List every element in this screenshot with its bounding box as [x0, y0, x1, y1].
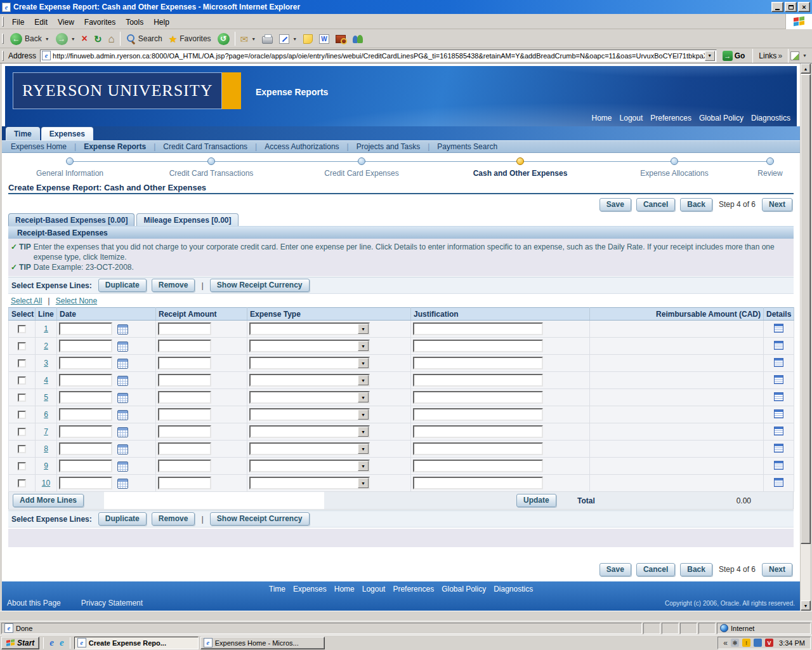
about-this-page-link[interactable]: About this Page — [7, 599, 61, 607]
menu-view[interactable]: View — [53, 16, 79, 29]
date-input[interactable] — [59, 477, 112, 489]
dropdown-arrow-icon[interactable]: ▼ — [358, 444, 369, 454]
date-input[interactable] — [59, 460, 112, 472]
receipt-amount-input[interactable] — [158, 357, 211, 369]
subnav-expense-reports[interactable]: Expense Reports — [81, 142, 148, 151]
receipt-amount-input[interactable] — [158, 374, 211, 387]
expense-type-select[interactable]: ▼ — [249, 322, 370, 335]
row-checkbox[interactable] — [18, 342, 26, 350]
expense-type-select[interactable]: ▼ — [249, 408, 370, 421]
update-button[interactable]: Update — [516, 494, 556, 507]
tray-icon-1[interactable]: ✱ — [731, 639, 739, 647]
scroll-up-button[interactable]: ▲ — [801, 63, 811, 74]
address-dropdown-icon[interactable]: ▼ — [705, 51, 715, 61]
expense-type-select[interactable]: ▼ — [249, 391, 370, 404]
line-number-link[interactable]: 9 — [44, 461, 48, 470]
calendar-icon[interactable] — [117, 461, 128, 472]
train-node-2[interactable] — [207, 157, 215, 165]
save-button[interactable]: Save — [599, 198, 631, 211]
edit-button[interactable]: ▼ — [276, 30, 300, 48]
date-input[interactable] — [59, 340, 112, 352]
dropdown-arrow-icon[interactable]: ▼ — [358, 427, 369, 437]
remove-button[interactable]: Remove — [152, 279, 195, 292]
dropdown-arrow-icon[interactable]: ▼ — [358, 358, 369, 368]
banner-link-home[interactable]: Home — [592, 114, 612, 123]
expense-type-select[interactable]: ▼ — [249, 357, 370, 369]
row-checkbox[interactable] — [18, 445, 26, 453]
details-icon[interactable] — [774, 392, 783, 401]
line-number-link[interactable]: 4 — [44, 376, 48, 385]
subnav-access-authorizations[interactable]: Access Authorizations — [262, 142, 341, 151]
train-node-1[interactable] — [66, 157, 74, 165]
word-edit-button[interactable]: W — [316, 30, 332, 48]
page-style-dropdown-icon[interactable]: ▼ — [802, 53, 807, 58]
cancel-button[interactable]: Cancel — [636, 563, 675, 576]
receipt-amount-input[interactable] — [158, 391, 211, 404]
history-button[interactable]: ↺ — [214, 30, 233, 48]
row-checkbox[interactable] — [18, 462, 26, 470]
menu-help[interactable]: Help — [148, 16, 174, 29]
print-button[interactable] — [259, 30, 276, 48]
calendar-icon[interactable] — [117, 342, 128, 352]
dropdown-arrow-icon[interactable]: ▼ — [358, 324, 369, 334]
taskbar-window-1[interactable]: eCreate Expense Repo... — [74, 637, 199, 649]
line-number-link[interactable]: 3 — [44, 359, 48, 368]
expense-type-select[interactable]: ▼ — [249, 477, 370, 489]
page-style-icon[interactable] — [790, 51, 799, 60]
date-input[interactable] — [59, 374, 112, 387]
scroll-down-button[interactable]: ▼ — [801, 600, 811, 611]
select-all-link[interactable]: Select All — [11, 296, 42, 305]
subnav-payments-search[interactable]: Payments Search — [435, 142, 500, 151]
subnav-expenses-home[interactable]: Expenses Home — [8, 142, 69, 151]
row-checkbox[interactable] — [18, 359, 26, 368]
justification-input[interactable] — [413, 357, 543, 369]
menu-tools[interactable]: Tools — [121, 16, 148, 29]
justification-input[interactable] — [413, 408, 543, 421]
close-button[interactable]: × — [798, 2, 810, 12]
next-button[interactable]: Next — [762, 198, 792, 211]
date-input[interactable] — [59, 442, 112, 455]
back-button[interactable]: ← Back ▼ — [7, 30, 53, 48]
receipt-amount-input[interactable] — [158, 460, 211, 472]
receipt-amount-input[interactable] — [158, 425, 211, 438]
dropdown-arrow-icon[interactable]: ▼ — [358, 409, 369, 420]
date-input[interactable] — [59, 391, 112, 404]
home-button[interactable]: ⌂ — [105, 30, 117, 48]
footer-link-logout[interactable]: Logout — [362, 585, 386, 594]
vertical-scrollbar[interactable]: ▲ ▼ — [800, 63, 810, 611]
show-receipt-currency-button[interactable]: Show Receipt Currency — [210, 512, 310, 526]
menubar-grip[interactable] — [2, 17, 4, 27]
forward-dropdown-icon[interactable]: ▼ — [71, 37, 75, 41]
banner-link-logout[interactable]: Logout — [620, 114, 643, 123]
footer-link-time[interactable]: Time — [269, 585, 285, 594]
dropdown-arrow-icon[interactable]: ▼ — [358, 341, 369, 351]
justification-input[interactable] — [413, 322, 543, 335]
calendar-icon[interactable] — [117, 479, 128, 489]
favorites-button[interactable]: ★ Favorites — [166, 30, 214, 48]
add-more-lines-button[interactable]: Add More Lines — [13, 494, 84, 507]
details-icon[interactable] — [774, 427, 783, 435]
train-label-3[interactable]: Credit Card Expenses — [324, 169, 398, 178]
train-label-4[interactable]: Cash and Other Expenses — [473, 169, 568, 178]
show-receipt-currency-button[interactable]: Show Receipt Currency — [210, 279, 310, 292]
justification-input[interactable] — [413, 442, 543, 455]
tab-expenses[interactable]: Expenses — [41, 127, 93, 140]
remove-button[interactable]: Remove — [152, 512, 195, 526]
receipt-amount-input[interactable] — [158, 322, 211, 335]
menu-edit[interactable]: Edit — [29, 16, 53, 29]
back-step-button[interactable]: Back — [680, 198, 712, 211]
calendar-icon[interactable] — [117, 359, 128, 369]
dropdown-arrow-icon[interactable]: ▼ — [358, 375, 369, 385]
go-button[interactable]: → Go — [719, 50, 749, 62]
line-number-link[interactable]: 2 — [44, 342, 48, 350]
date-input[interactable] — [59, 357, 112, 369]
quicklaunch-ie-icon[interactable]: e — [48, 637, 56, 648]
dropdown-arrow-icon[interactable]: ▼ — [358, 392, 369, 402]
train-node-5[interactable] — [671, 157, 678, 165]
receipt-amount-input[interactable] — [158, 408, 211, 421]
restore-button[interactable] — [785, 2, 797, 12]
addressbar-grip[interactable] — [2, 51, 4, 61]
details-icon[interactable] — [774, 444, 783, 453]
stop-button[interactable]: × — [79, 30, 91, 48]
details-icon[interactable] — [774, 375, 783, 384]
